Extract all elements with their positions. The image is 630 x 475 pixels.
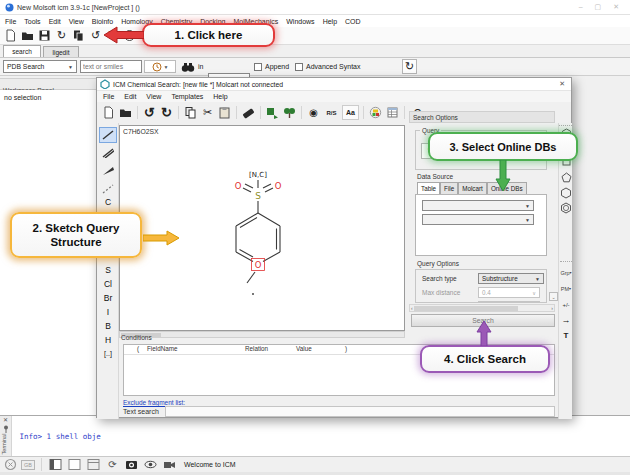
expand-more-button[interactable]: ⌄ [549, 292, 558, 301]
dialog-menu-edit[interactable]: Edit [124, 93, 136, 100]
conditions-header: Conditions [121, 334, 152, 341]
group-menu-button[interactable]: Grp▾ [560, 266, 572, 279]
clipped-input[interactable] [478, 301, 540, 303]
column-select[interactable]: ▼ [422, 214, 534, 225]
scroll-left-arrow[interactable]: ‹ [411, 305, 413, 311]
ring-template-hexane-icon[interactable] [560, 186, 572, 199]
table-select[interactable]: ▼ [422, 200, 534, 211]
atom-button-i[interactable]: I [99, 305, 117, 318]
options-scrollbar[interactable]: ‹ › [409, 304, 555, 312]
sketch-canvas[interactable]: C7H6O2SX [N,C] S O O O [119, 125, 405, 331]
col-fieldname[interactable]: FieldName [147, 345, 177, 352]
col-close[interactable]: ) [345, 345, 347, 352]
menu-view[interactable]: View [69, 18, 84, 25]
menu-file[interactable]: File [5, 18, 16, 25]
scrollbar-thumb[interactable] [414, 306, 518, 311]
camera-icon[interactable] [124, 457, 139, 472]
atom-button-br[interactable]: Br [99, 291, 117, 304]
scroll-right-arrow[interactable]: › [551, 305, 553, 311]
tab-table[interactable]: Table [417, 182, 440, 194]
new-file-icon[interactable] [3, 28, 18, 43]
menu-windows[interactable]: Windows [286, 18, 314, 25]
undo-icon[interactable]: ↺ [88, 28, 103, 43]
advanced-syntax-checkbox[interactable] [295, 63, 303, 71]
col-open[interactable]: ( [137, 345, 139, 352]
menu-bioinfo[interactable]: Bioinfo [92, 18, 113, 25]
color-palette-icon[interactable] [368, 105, 383, 120]
table-view-icon[interactable] [385, 105, 400, 120]
redo-icon[interactable]: ↻ [159, 105, 174, 120]
rs-labels-button[interactable]: R/S [323, 105, 340, 120]
tab-search[interactable]: search [3, 45, 41, 57]
open-folder-icon[interactable] [118, 105, 133, 120]
copy-icon[interactable] [71, 28, 86, 43]
open-folder-icon[interactable] [20, 28, 35, 43]
tab-ligedit[interactable]: ligedit [43, 46, 79, 57]
max-distance-select[interactable]: 0.4∨ [478, 287, 540, 298]
exclude-fragment-link[interactable]: Exclude fragment list: [123, 399, 185, 406]
set-formal-charge-icon[interactable] [265, 105, 280, 120]
tree-icon[interactable] [282, 105, 297, 120]
search-input[interactable] [80, 60, 142, 73]
append-checkbox[interactable] [254, 63, 262, 71]
atom-button-h[interactable]: H [99, 333, 117, 346]
eraser-icon[interactable] [241, 105, 256, 120]
dialog-menu-help[interactable]: Help [213, 93, 227, 100]
layout-panels-icon[interactable] [48, 457, 63, 472]
atom-button-s[interactable]: S [99, 263, 117, 276]
pm-menu-button[interactable]: PM▾ [560, 282, 572, 295]
binoculars-search-icon[interactable] [180, 59, 195, 74]
refresh-icon[interactable]: ↻ [402, 59, 417, 74]
save-icon[interactable] [37, 28, 52, 43]
col-relation[interactable]: Relation [245, 345, 268, 352]
atom-button-b[interactable]: B [99, 319, 117, 332]
wedge-bond-tool[interactable] [99, 163, 117, 179]
text-tool-button[interactable]: T [560, 329, 572, 342]
reaction-arrow-tool[interactable]: → [560, 313, 572, 326]
text-search-input[interactable] [165, 406, 555, 417]
ring-template-benzene-icon[interactable] [560, 201, 572, 214]
selection-mode-icon[interactable]: ⟳ [105, 457, 120, 472]
atom-labels-button[interactable]: Aa [342, 105, 359, 120]
col-value[interactable]: Value [296, 345, 312, 352]
canvas-scrollbar[interactable] [119, 331, 405, 338]
eye-icon[interactable] [143, 457, 158, 472]
menu-tools[interactable]: Tools [24, 18, 40, 25]
undo-icon[interactable]: ↺ [142, 105, 157, 120]
close-icon[interactable]: ✕ [559, 80, 565, 88]
charge-tool-button[interactable]: +/- [560, 298, 572, 311]
menu-edit[interactable]: Edit [49, 18, 61, 25]
atom-button-cl[interactable]: Cl [99, 277, 117, 290]
stereo-center-icon[interactable]: ◉ [306, 105, 321, 120]
movie-camera-icon[interactable] [162, 457, 177, 472]
menu-cod[interactable]: COD [345, 18, 361, 25]
single-bond-tool[interactable] [99, 127, 117, 143]
search-type-select[interactable]: Substructure▼ [478, 273, 544, 284]
double-bond-tool[interactable] [99, 145, 117, 161]
history-dropdown[interactable]: ▼ [144, 60, 176, 73]
atom-button-custom[interactable]: [..] [99, 347, 117, 360]
dialog-menu-templates[interactable]: Templates [171, 93, 203, 100]
copy-icon[interactable] [183, 105, 198, 120]
split-window-icon[interactable] [86, 457, 101, 472]
tab-molcart[interactable]: Molcart [458, 182, 487, 194]
dialog-menu-file[interactable]: File [103, 93, 114, 100]
close-icon[interactable]: ✕ [3, 416, 8, 423]
blank-window-icon[interactable] [67, 457, 82, 472]
dialog-titlebar[interactable]: ICM Chemical Search: [new file *] Molcar… [97, 78, 571, 91]
sync-icon[interactable]: ↻ [54, 28, 69, 43]
terminal-gutter: ✕ Terminal [0, 416, 12, 457]
search-db-select[interactable]: PDB Search▼ [3, 60, 77, 73]
new-file-icon[interactable] [101, 105, 116, 120]
tab-file[interactable]: File [440, 182, 458, 194]
terminal-tab-label[interactable]: Terminal [1, 431, 7, 457]
dialog-menu-view[interactable]: View [146, 93, 161, 100]
paste-clipboard-icon[interactable] [217, 105, 232, 120]
window-controls[interactable]: – ▢ ✕ [579, 3, 624, 11]
gb-toggle[interactable]: GB [21, 460, 35, 470]
atom-button-c[interactable]: C [99, 195, 117, 208]
stop-icon[interactable] [4, 458, 17, 471]
ring-template-cyclopentane-icon[interactable] [560, 171, 572, 184]
menu-help[interactable]: Help [323, 18, 337, 25]
cut-scissors-icon[interactable]: ✂ [200, 105, 215, 120]
